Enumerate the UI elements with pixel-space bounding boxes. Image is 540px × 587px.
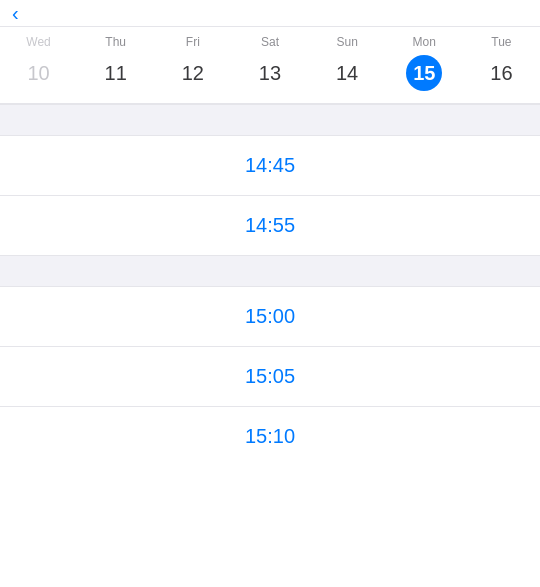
day-number-mon: 15: [406, 55, 442, 91]
calendar-day-sun[interactable]: Sun14: [309, 35, 386, 91]
time-slot[interactable]: 15:00: [0, 287, 540, 347]
calendar-day-tue[interactable]: Tue16: [463, 35, 540, 91]
back-button[interactable]: ‹: [12, 3, 22, 23]
time-value: 14:45: [245, 154, 295, 177]
day-number-tue: 16: [483, 55, 519, 91]
back-chevron-icon: ‹: [12, 3, 19, 23]
calendar-day-fri[interactable]: Fri12: [154, 35, 231, 91]
time-slot[interactable]: 14:55: [0, 196, 540, 255]
day-name-mon: Mon: [413, 35, 436, 49]
time-value: 15:10: [245, 425, 295, 448]
time-value: 15:05: [245, 365, 295, 388]
day-number-fri: 12: [175, 55, 211, 91]
day-name-tue: Tue: [491, 35, 511, 49]
section-divider-1: [0, 104, 540, 136]
day-number-sat: 13: [252, 55, 288, 91]
calendar-day-wed[interactable]: Wed10: [0, 35, 77, 91]
day-number-wed: 10: [21, 55, 57, 91]
day-name-wed: Wed: [26, 35, 50, 49]
time-value: 15:00: [245, 305, 295, 328]
day-number-thu: 11: [98, 55, 134, 91]
day-name-fri: Fri: [186, 35, 200, 49]
day-name-sat: Sat: [261, 35, 279, 49]
day-name-thu: Thu: [105, 35, 126, 49]
time-slot[interactable]: 15:10: [0, 407, 540, 466]
time-list-group2: 15:0015:0515:10: [0, 287, 540, 466]
section-divider-2: [0, 255, 540, 287]
time-value: 14:55: [245, 214, 295, 237]
calendar-day-thu[interactable]: Thu11: [77, 35, 154, 91]
calendar-week-row: Wed10Thu11Fri12Sat13Sun14Mon15Tue16: [0, 26, 540, 104]
time-slot[interactable]: 15:05: [0, 347, 540, 407]
day-name-sun: Sun: [336, 35, 357, 49]
time-list-group1: 14:4514:55: [0, 136, 540, 255]
calendar-day-sat[interactable]: Sat13: [231, 35, 308, 91]
header: ‹: [0, 0, 540, 26]
time-slot[interactable]: 14:45: [0, 136, 540, 196]
calendar-day-mon[interactable]: Mon15: [386, 35, 463, 91]
day-number-sun: 14: [329, 55, 365, 91]
